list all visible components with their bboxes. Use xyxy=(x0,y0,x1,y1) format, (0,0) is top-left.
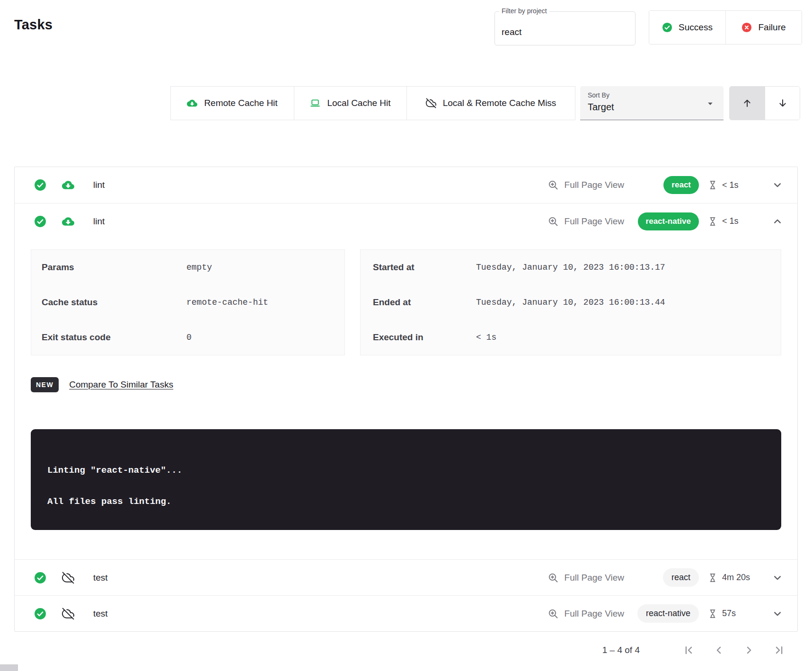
cloud-off-icon xyxy=(62,608,74,620)
hourglass-icon xyxy=(707,180,718,190)
project-filter-input[interactable] xyxy=(495,12,635,45)
task-name: test xyxy=(93,609,108,619)
success-check-icon xyxy=(34,215,46,228)
failure-filter-label: Failure xyxy=(758,22,786,33)
project-badge[interactable]: react-native xyxy=(637,604,699,623)
new-badge: NEW xyxy=(31,377,59,392)
executed-in-label: Executed in xyxy=(373,332,476,343)
task-name: lint xyxy=(93,216,105,227)
hourglass-icon xyxy=(707,609,718,619)
chevron-up-icon xyxy=(772,216,783,227)
zoom-in-icon xyxy=(547,608,559,619)
exit-code-value: 0 xyxy=(186,333,192,342)
cloud-download-icon xyxy=(62,179,74,191)
pagination: 1 – 4 of 4 xyxy=(602,640,786,661)
compare-row: NEW Compare To Similar Tasks xyxy=(31,377,781,392)
previous-page-button[interactable] xyxy=(713,644,725,656)
success-check-icon xyxy=(34,179,46,191)
arrow-up-icon xyxy=(741,97,753,109)
local-cache-hit-label: Local Cache Hit xyxy=(327,98,390,108)
started-at-label: Started at xyxy=(373,262,476,273)
ended-at-label: Ended at xyxy=(373,297,476,308)
full-page-view-link[interactable]: Full Page View xyxy=(547,572,624,583)
task-duration: 4m 20s xyxy=(707,573,759,583)
scrollbar-corner xyxy=(0,664,18,671)
cloud-download-icon xyxy=(187,98,197,108)
params-label: Params xyxy=(42,262,186,273)
executed-in-value: < 1s xyxy=(476,333,496,342)
collapse-chevron-button[interactable] xyxy=(772,216,783,227)
ended-at-value: Tuesday, January 10, 2023 16:00:13.44 xyxy=(476,298,665,307)
success-check-icon xyxy=(662,22,672,33)
task-duration: < 1s xyxy=(707,216,759,227)
project-badge[interactable]: react-native xyxy=(638,212,699,230)
compare-to-similar-tasks-link[interactable]: Compare To Similar Tasks xyxy=(69,380,173,390)
success-filter-label: Success xyxy=(679,22,713,33)
task-row-lint-react-native[interactable]: lint Full Page View react-native < 1s xyxy=(15,203,797,239)
exit-code-label: Exit status code xyxy=(42,332,186,343)
local-cache-hit-button[interactable]: Local Cache Hit xyxy=(294,87,406,120)
first-page-button[interactable] xyxy=(682,644,695,656)
failure-filter-button[interactable]: Failure xyxy=(725,11,802,44)
first-page-icon xyxy=(682,644,695,656)
full-page-view-link[interactable]: Full Page View xyxy=(547,608,624,619)
full-page-view-link[interactable]: Full Page View xyxy=(547,216,624,227)
sort-descending-button[interactable] xyxy=(765,87,800,120)
zoom-in-icon xyxy=(547,216,559,227)
full-page-view-label: Full Page View xyxy=(565,573,624,583)
expand-chevron-button[interactable] xyxy=(772,572,783,583)
sort-by-label: Sort By xyxy=(588,91,609,99)
task-row-test-react[interactable]: test Full Page View react 4m 20s xyxy=(15,559,797,595)
next-page-button[interactable] xyxy=(743,644,755,656)
laptop-icon xyxy=(310,98,320,108)
expand-chevron-button[interactable] xyxy=(772,608,783,619)
last-page-button[interactable] xyxy=(773,644,786,656)
cache-filter-group: Remote Cache Hit Local Cache Hit Local &… xyxy=(170,86,575,120)
success-check-icon xyxy=(34,572,46,584)
success-check-icon xyxy=(34,608,46,620)
chevron-down-icon xyxy=(772,608,783,619)
task-name: test xyxy=(93,573,108,583)
full-page-view-label: Full Page View xyxy=(565,216,624,227)
expand-chevron-button[interactable] xyxy=(772,179,783,191)
full-page-view-label: Full Page View xyxy=(565,180,624,190)
chevron-down-icon xyxy=(772,572,783,583)
sort-ascending-button[interactable] xyxy=(730,87,765,120)
cache-miss-button[interactable]: Local & Remote Cache Miss xyxy=(406,87,575,120)
started-at-value: Tuesday, January 10, 2023 16:00:13.17 xyxy=(476,263,665,272)
task-timing-panel: Started at Tuesday, January 10, 2023 16:… xyxy=(360,249,781,355)
success-filter-button[interactable]: Success xyxy=(649,11,725,44)
hourglass-icon xyxy=(707,573,718,583)
previous-page-icon xyxy=(713,644,725,656)
task-row-lint-react[interactable]: lint Full Page View react < 1s xyxy=(15,167,797,203)
caret-down-icon xyxy=(705,98,716,109)
pagination-range: 1 – 4 of 4 xyxy=(602,645,640,655)
zoom-in-icon xyxy=(547,179,559,191)
cache-miss-label: Local & Remote Cache Miss xyxy=(443,98,556,108)
sort-by-select[interactable]: Sort By Target xyxy=(580,86,724,120)
chevron-down-icon xyxy=(772,179,783,191)
sort-by-value: Target xyxy=(588,102,614,113)
task-duration: 57s xyxy=(707,609,759,619)
sort-direction-group xyxy=(729,86,800,120)
terminal-line: Linting "react-native"... xyxy=(47,465,781,476)
project-filter-field[interactable]: Filter by project xyxy=(494,11,635,45)
cloud-download-icon xyxy=(62,215,74,228)
remote-cache-hit-button[interactable]: Remote Cache Hit xyxy=(171,87,294,120)
cloud-off-icon xyxy=(426,98,436,108)
project-badge[interactable]: react xyxy=(663,176,699,194)
arrow-down-icon xyxy=(777,97,788,109)
full-page-view-label: Full Page View xyxy=(565,609,624,619)
project-badge[interactable]: react xyxy=(663,568,699,587)
params-value: empty xyxy=(186,263,212,272)
terminal-line: All files pass linting. xyxy=(47,496,781,507)
task-row-test-react-native[interactable]: test Full Page View react-native 57s xyxy=(15,595,797,631)
terminal-output: Linting "react-native"... All files pass… xyxy=(31,429,781,530)
remote-cache-hit-label: Remote Cache Hit xyxy=(204,98,277,108)
task-params-panel: Params empty Cache status remote-cache-h… xyxy=(31,249,345,355)
status-filter-group: Success Failure xyxy=(649,10,802,44)
cache-status-value: remote-cache-hit xyxy=(186,298,268,307)
full-page-view-link[interactable]: Full Page View xyxy=(547,179,624,191)
task-duration: < 1s xyxy=(707,180,759,190)
cloud-off-icon xyxy=(62,572,74,584)
